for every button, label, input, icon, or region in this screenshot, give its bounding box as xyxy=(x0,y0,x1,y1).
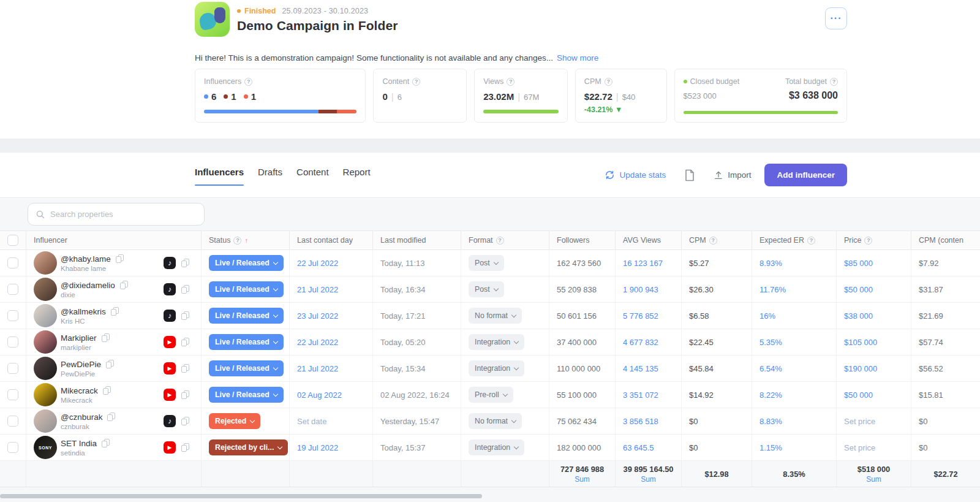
last-contact-link[interactable]: 19 Jul 2022 xyxy=(297,443,338,452)
tab-drafts[interactable]: Drafts xyxy=(258,164,282,186)
copy-icon[interactable] xyxy=(107,413,115,421)
influencer-handle[interactable]: PewDiePie xyxy=(61,360,101,369)
last-contact-link[interactable]: 02 Aug 2022 xyxy=(297,390,342,400)
copy-link-icon[interactable] xyxy=(181,417,189,425)
expected-er-link[interactable]: 8.83% xyxy=(760,417,782,426)
influencer-handle[interactable]: @cznburak xyxy=(61,413,102,422)
help-icon[interactable] xyxy=(233,237,241,245)
status-select[interactable]: Live / Released xyxy=(209,281,284,297)
expected-er-link[interactable]: 16% xyxy=(760,311,775,321)
price-link[interactable]: Set price xyxy=(844,417,875,426)
status-select[interactable]: Live / Released xyxy=(209,308,284,324)
tiktok-icon[interactable] xyxy=(164,283,176,295)
last-contact-link[interactable]: 23 Jul 2022 xyxy=(297,311,338,321)
show-more-link[interactable]: Show more xyxy=(557,53,598,63)
influencer-handle[interactable]: Markiplier xyxy=(61,333,97,343)
copy-icon[interactable] xyxy=(116,254,124,263)
tiktok-icon[interactable] xyxy=(164,257,176,269)
tab-content[interactable]: Content xyxy=(296,164,329,186)
last-contact-link[interactable]: 21 Jul 2022 xyxy=(297,285,338,294)
help-icon[interactable] xyxy=(496,237,504,245)
influencer-handle[interactable]: @kallmekris xyxy=(61,307,106,316)
last-contact-link[interactable]: 22 Jul 2022 xyxy=(297,338,338,347)
row-checkbox[interactable] xyxy=(7,363,18,374)
copy-link-icon[interactable] xyxy=(181,285,189,294)
format-select[interactable]: No format xyxy=(469,413,522,429)
expected-er-link[interactable]: 1.15% xyxy=(760,443,782,452)
influencer-handle[interactable]: @dixiedamelio xyxy=(61,281,115,290)
copy-icon[interactable] xyxy=(103,386,111,395)
copy-icon[interactable] xyxy=(102,439,110,447)
price-link[interactable]: $50 000 xyxy=(844,285,873,294)
help-icon[interactable] xyxy=(605,78,612,86)
influencer-handle[interactable]: Mikecrack xyxy=(61,386,98,395)
expected-er-link[interactable]: 8.93% xyxy=(760,259,782,268)
price-link[interactable]: $38 000 xyxy=(844,311,873,321)
copy-icon[interactable] xyxy=(102,333,110,342)
price-sum-link[interactable]: Sum xyxy=(866,475,881,484)
copy-link-icon[interactable] xyxy=(181,443,189,452)
avg-views-link[interactable]: 4 145 135 xyxy=(623,364,658,373)
avg-views-link[interactable]: 63 645.5 xyxy=(623,443,654,452)
avg-views-link[interactable]: 16 123 167 xyxy=(623,259,663,268)
row-checkbox[interactable] xyxy=(7,337,18,348)
price-link[interactable]: $190 000 xyxy=(844,364,877,373)
copy-link-icon[interactable] xyxy=(181,390,189,399)
sort-ascending-icon[interactable]: ↑ xyxy=(244,237,248,244)
price-link[interactable]: $105 000 xyxy=(844,338,877,347)
copy-icon[interactable] xyxy=(120,281,128,289)
format-select[interactable]: Post xyxy=(469,281,504,297)
avg-views-link[interactable]: 5 776 852 xyxy=(623,311,658,321)
import-button[interactable]: Import xyxy=(714,170,751,180)
last-contact-link[interactable]: 22 Jul 2022 xyxy=(297,259,338,268)
avg-views-link[interactable]: 4 677 832 xyxy=(623,338,658,347)
tab-influencers[interactable]: Influencers xyxy=(195,164,244,186)
more-options-button[interactable]: ··· xyxy=(825,7,847,29)
horizontal-scrollbar-thumb[interactable] xyxy=(0,494,482,498)
row-checkbox[interactable] xyxy=(7,389,18,400)
help-icon[interactable] xyxy=(864,237,872,245)
avg-views-link[interactable]: 3 856 518 xyxy=(623,417,658,426)
select-all-checkbox[interactable] xyxy=(7,235,18,246)
avg-views-link[interactable]: 1 900 943 xyxy=(623,285,658,294)
format-select[interactable]: Pre-roll xyxy=(469,387,513,403)
copy-link-icon[interactable] xyxy=(181,338,189,346)
price-link[interactable]: $50 000 xyxy=(844,390,873,400)
help-icon[interactable] xyxy=(830,78,838,86)
update-stats-button[interactable]: Update stats xyxy=(605,170,666,180)
search-input[interactable] xyxy=(50,210,197,219)
price-link[interactable]: Set price xyxy=(844,443,875,452)
status-select[interactable]: Live / Released xyxy=(209,255,284,271)
column-header-status[interactable]: Status↑ xyxy=(202,231,290,249)
row-checkbox[interactable] xyxy=(7,416,18,427)
status-select[interactable]: Rejected by cli... xyxy=(209,439,288,455)
youtube-icon[interactable] xyxy=(164,362,176,375)
add-influencer-button[interactable]: Add influencer xyxy=(764,164,847,186)
copy-link-icon[interactable] xyxy=(181,364,189,373)
format-select[interactable]: Integration xyxy=(469,439,524,455)
influencer-handle[interactable]: SET India xyxy=(61,439,97,448)
price-link[interactable]: $85 000 xyxy=(844,259,873,268)
help-icon[interactable] xyxy=(507,78,514,86)
horizontal-scrollbar[interactable] xyxy=(0,494,980,499)
format-select[interactable]: Integration xyxy=(469,360,524,376)
row-checkbox[interactable] xyxy=(7,442,18,453)
export-file-button[interactable] xyxy=(679,165,700,186)
copy-icon[interactable] xyxy=(106,360,114,368)
expected-er-link[interactable]: 8.22% xyxy=(760,390,782,400)
avg-views-link[interactable]: 3 351 072 xyxy=(623,390,658,400)
influencer-handle[interactable]: @khaby.lame xyxy=(61,254,111,264)
status-select[interactable]: Live / Released xyxy=(209,360,284,376)
tab-report[interactable]: Report xyxy=(343,164,371,186)
status-select[interactable]: Live / Released xyxy=(209,387,284,403)
format-select[interactable]: No format xyxy=(469,308,522,324)
row-checkbox[interactable] xyxy=(7,310,18,321)
expected-er-link[interactable]: 6.54% xyxy=(760,364,782,373)
followers-sum-link[interactable]: Sum xyxy=(575,475,590,484)
copy-link-icon[interactable] xyxy=(181,311,189,320)
row-checkbox[interactable] xyxy=(7,284,18,295)
format-select[interactable]: Integration xyxy=(469,334,524,350)
youtube-icon[interactable] xyxy=(164,441,176,454)
tiktok-icon[interactable] xyxy=(164,415,176,427)
tiktok-icon[interactable] xyxy=(164,310,176,322)
